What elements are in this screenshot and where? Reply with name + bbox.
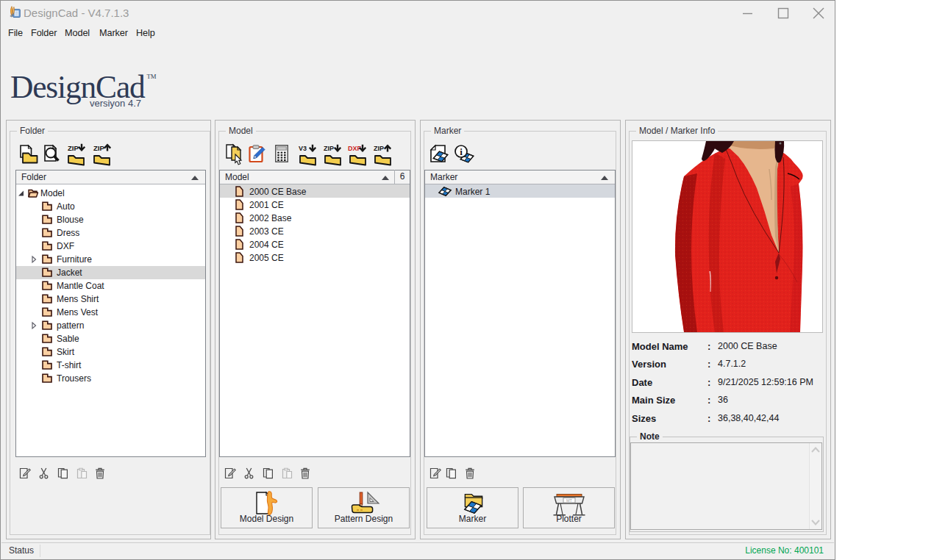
svg-text:ZIP: ZIP	[374, 145, 384, 152]
svg-text:ZIP: ZIP	[93, 144, 104, 152]
svg-text:i: i	[460, 146, 463, 157]
svg-text:ZIP: ZIP	[68, 144, 79, 152]
svg-text:ZIP: ZIP	[324, 145, 334, 152]
svg-text:V3: V3	[299, 145, 307, 152]
svg-text:MT: MT	[566, 498, 573, 503]
